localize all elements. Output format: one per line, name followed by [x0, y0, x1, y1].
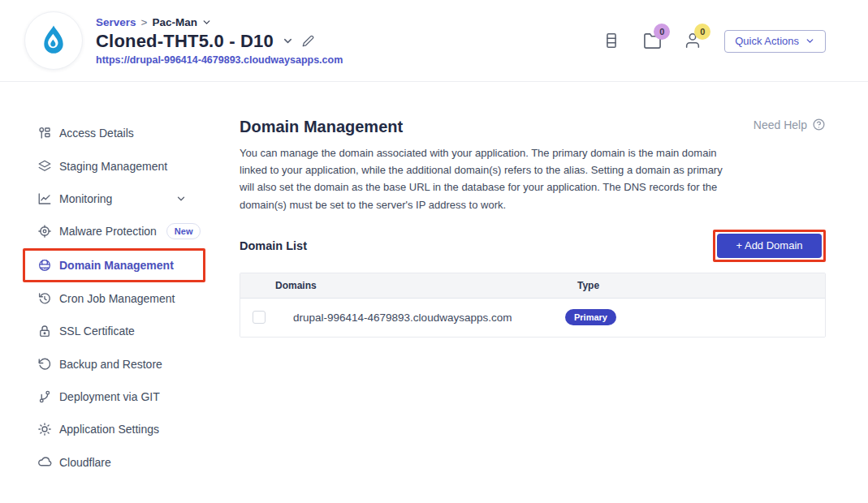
lock-icon	[37, 324, 52, 338]
history-clock-icon	[37, 291, 52, 306]
sidebar-item-cron-job-management[interactable]: Cron Job Management	[0, 282, 215, 315]
drupal-drop-icon	[36, 23, 71, 58]
sidebar-item-label: Staging Management	[59, 160, 167, 173]
server-name-label: Pac-Man	[152, 16, 197, 28]
app-sidebar: Access Details Staging Management Monito…	[0, 82, 215, 503]
app-title-block: Servers > Pac-Man Cloned-THT5.0 - D10 ht…	[96, 16, 343, 66]
primary-type-badge: Primary	[565, 309, 616, 325]
sidebar-item-application-settings[interactable]: Application Settings	[0, 413, 215, 445]
need-help-link[interactable]: Need Help	[754, 118, 826, 131]
chevron-down-icon	[201, 17, 212, 28]
sidebar-item-monitoring[interactable]: Monitoring	[0, 183, 215, 215]
sidebar-item-malware-protection[interactable]: Malware Protection New	[0, 215, 215, 247]
cloud-icon	[37, 455, 52, 470]
gear-icon	[37, 422, 52, 436]
team-member-icon[interactable]: 0	[684, 32, 703, 51]
app-page: Servers > Pac-Man Cloned-THT5.0 - D10 ht…	[0, 0, 868, 503]
svg-text:www: www	[40, 266, 50, 270]
quick-actions-button[interactable]: Quick Actions	[724, 30, 826, 53]
red-annotation-box-sidebar: www Domain Management	[23, 248, 205, 282]
team-count-badge: 0	[694, 24, 710, 40]
app-header: Servers > Pac-Man Cloned-THT5.0 - D10 ht…	[0, 0, 868, 82]
chevron-down-icon	[175, 193, 187, 204]
restore-icon	[37, 357, 52, 372]
need-help-label: Need Help	[754, 118, 807, 131]
breadcrumb-server-name[interactable]: Pac-Man	[152, 16, 212, 28]
sidebar-item-label: Monitoring	[59, 192, 112, 205]
chevron-down-icon	[805, 36, 815, 46]
sidebar-item-label: Cron Job Management	[59, 292, 175, 305]
sidebar-item-deployment-git[interactable]: Deployment via GIT	[0, 380, 215, 413]
app-url-link[interactable]: https://drupal-996414-4679893.cloudwaysa…	[96, 54, 343, 66]
target-icon	[37, 224, 52, 239]
layers-icon	[37, 159, 52, 174]
sidebar-item-label: Application Settings	[59, 423, 159, 436]
page-description: You can manage the domain associated wit…	[240, 144, 738, 213]
sidebar-item-access-details[interactable]: Access Details	[0, 117, 215, 149]
column-header-type: Type	[577, 280, 599, 291]
quick-actions-label: Quick Actions	[735, 35, 799, 47]
sidebar-item-domain-management[interactable]: www Domain Management	[25, 251, 203, 280]
app-title: Cloned-THT5.0 - D10	[96, 31, 274, 52]
server-rack-icon[interactable]	[602, 32, 622, 51]
projects-folder-icon[interactable]: 0	[643, 32, 663, 51]
domain-list-label: Domain List	[240, 239, 307, 252]
sidebar-item-cloudflare[interactable]: Cloudflare	[0, 446, 215, 479]
drupal-logo	[24, 11, 83, 70]
breadcrumb-separator: >	[141, 16, 148, 28]
sidebar-item-label: Malware Protection	[59, 225, 157, 238]
page-title: Domain Management	[240, 118, 403, 136]
sidebar-item-backup-restore[interactable]: Backup and Restore	[0, 347, 215, 380]
git-branch-icon	[37, 389, 52, 404]
key-list-icon	[37, 126, 52, 140]
table-row: drupal-996414-4679893.cloudwaysapps.com …	[240, 299, 825, 337]
folder-count-badge: 0	[654, 24, 670, 40]
breadcrumb-servers-link[interactable]: Servers	[96, 16, 136, 28]
sidebar-item-label: Backup and Restore	[59, 358, 162, 371]
sidebar-item-label: Deployment via GIT	[59, 390, 160, 403]
app-switch-chevron-icon[interactable]	[282, 35, 294, 47]
line-chart-icon	[37, 191, 52, 206]
add-domain-button[interactable]: + Add Domain	[717, 234, 822, 258]
question-circle-icon	[812, 118, 826, 131]
domain-cell: drupal-996414-4679893.cloudwaysapps.com	[293, 312, 565, 324]
new-badge: New	[166, 223, 201, 239]
header-actions: 0 0 Quick Actions	[602, 0, 826, 82]
row-checkbox[interactable]	[253, 311, 266, 324]
sidebar-item-label: Domain Management	[59, 259, 174, 272]
breadcrumb: Servers > Pac-Man	[96, 16, 343, 28]
column-header-domains: Domains	[240, 280, 577, 291]
sidebar-item-label: Cloudflare	[59, 456, 111, 469]
sidebar-item-ssl-certificate[interactable]: SSL Certificate	[0, 315, 215, 347]
red-annotation-box-button: + Add Domain	[713, 230, 826, 262]
table-header-row: Domains Type	[240, 273, 825, 299]
globe-www-icon: www	[37, 258, 52, 273]
edit-pencil-icon[interactable]	[302, 35, 314, 47]
sidebar-item-label: SSL Certificate	[59, 325, 135, 337]
main-content: Domain Management Need Help You can mana…	[240, 82, 826, 337]
domain-table: Domains Type drupal-996414-4679893.cloud…	[240, 273, 826, 337]
sidebar-item-staging-management[interactable]: Staging Management	[0, 149, 215, 182]
sidebar-item-label: Access Details	[59, 127, 134, 140]
